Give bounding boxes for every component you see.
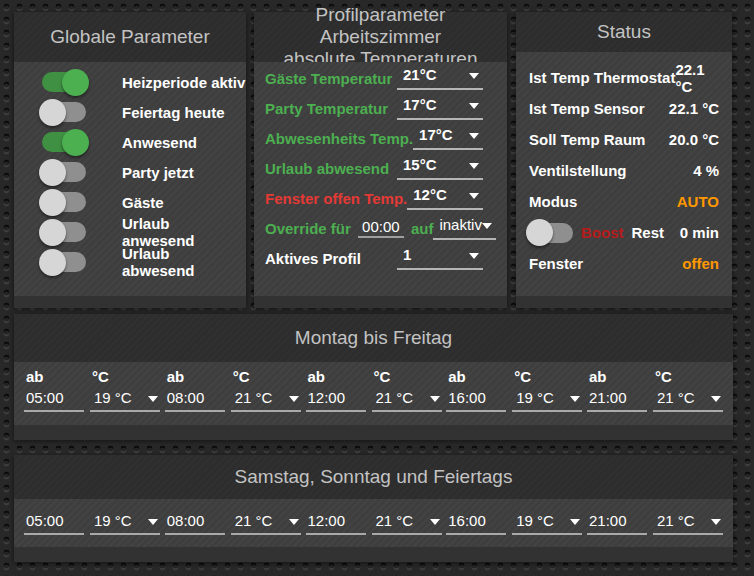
- aktives-profil-dropdown[interactable]: 1: [397, 247, 483, 270]
- time-input[interactable]: 21:00: [587, 512, 647, 535]
- row-label: Abwesenheits Temp.: [265, 130, 413, 147]
- time-input[interactable]: 16:00: [446, 512, 506, 535]
- toggle-knob: [39, 159, 66, 186]
- anwesend-toggle[interactable]: [42, 132, 86, 152]
- boost-rest-value: 0 min: [680, 224, 719, 241]
- temp-dropdown[interactable]: 21 °C: [653, 389, 723, 412]
- chevron-down-icon: [469, 163, 479, 169]
- time-input[interactable]: 12:00: [306, 512, 366, 535]
- boost-toggle[interactable]: [529, 223, 573, 243]
- row-label: Fenster offen Temp.: [265, 190, 407, 207]
- temp-dropdown[interactable]: 21 °C: [231, 389, 301, 412]
- chevron-down-icon: [482, 223, 492, 229]
- schedule-entry-4: 16:00 19 °C: [446, 512, 582, 535]
- urlaub-abwesend-dropdown[interactable]: 15°C: [397, 157, 483, 180]
- panel-title-text: Globale Parameter: [50, 26, 209, 48]
- heizperiode-toggle[interactable]: [42, 72, 86, 92]
- feiertag-toggle[interactable]: [42, 102, 86, 122]
- chevron-down-icon: [430, 519, 440, 525]
- toggle-knob: [526, 219, 553, 246]
- dropdown-value: 12°C: [413, 187, 447, 203]
- temp-dropdown[interactable]: 21 °C: [653, 512, 723, 535]
- profile-row-override: Override für 00:00 auf inaktiv: [254, 213, 507, 243]
- toggle-knob: [39, 219, 66, 246]
- status-row-fenster: Fenster offen: [516, 248, 732, 279]
- row-label: Gäste Temperatur: [265, 70, 392, 87]
- status-label: Ist Temp Sensor: [529, 100, 645, 117]
- panel-title-text: Montag bis Freitag: [295, 327, 452, 349]
- urlaub-abwesend-toggle[interactable]: [42, 252, 86, 272]
- override-label-post: auf: [411, 220, 434, 237]
- panel-title-line1: Profilparameter Arbeitszimmer: [254, 4, 507, 48]
- chevron-down-icon: [469, 73, 479, 79]
- status-value-modus: AUTO: [677, 193, 719, 210]
- temp-dropdown[interactable]: 21 °C: [372, 512, 442, 535]
- time-input[interactable]: 05:00: [24, 512, 84, 535]
- temp-dropdown[interactable]: 19 °C: [90, 512, 160, 535]
- panel-title-text: Status: [597, 21, 651, 43]
- schedule-entry-2: ab 08:00 °C 21 °C: [165, 368, 301, 412]
- row-label: Aktives Profil: [265, 250, 361, 267]
- toggle-row-urlaub-anwesend: Urlaub anwesend: [14, 217, 246, 247]
- time-column-header: ab: [165, 368, 225, 389]
- status-row-ventilstellung: Ventilstellung 4 %: [516, 155, 732, 186]
- schedule-entry-2: 08:00 21 °C: [165, 512, 301, 535]
- toggle-label: Heizperiode aktiv: [122, 74, 245, 91]
- schedule-entry-5: 21:00 21 °C: [587, 512, 723, 535]
- status-row-ist-temp-sensor: Ist Temp Sensor 22.1 °C: [516, 93, 732, 124]
- chevron-down-icon: [289, 519, 299, 525]
- temp-dropdown[interactable]: 21 °C: [231, 512, 301, 535]
- gaeste-toggle[interactable]: [42, 192, 86, 212]
- toggle-knob: [39, 249, 66, 276]
- dropdown-value: 17°C: [419, 127, 453, 143]
- schedule-entry-3: 12:00 21 °C: [306, 512, 442, 535]
- chevron-down-icon: [711, 519, 721, 525]
- status-value: 22.1 °C: [675, 61, 719, 95]
- urlaub-anwesend-toggle[interactable]: [42, 222, 86, 242]
- toggle-label: Anwesend: [122, 134, 197, 151]
- dropdown-value: 17°C: [403, 97, 437, 113]
- time-input[interactable]: 16:00: [446, 389, 506, 412]
- chevron-down-icon: [469, 193, 479, 199]
- profile-row-party-temperatur: Party Temperatur 17°C: [254, 93, 507, 123]
- panel-footer: [14, 547, 733, 562]
- time-input[interactable]: 21:00: [587, 389, 647, 412]
- time-column-header: ab: [446, 368, 506, 389]
- override-mode-dropdown[interactable]: inaktiv: [433, 217, 496, 240]
- abwesenheits-temp-dropdown[interactable]: 17°C: [413, 127, 483, 150]
- profile-row-urlaub-abwesend: Urlaub abwesend 15°C: [254, 153, 507, 183]
- chevron-down-icon: [469, 253, 479, 259]
- party-toggle[interactable]: [42, 162, 86, 182]
- party-temperatur-dropdown[interactable]: 17°C: [397, 97, 483, 120]
- dropdown-value: 19 °C: [94, 389, 132, 406]
- time-input[interactable]: 05:00: [24, 389, 84, 412]
- toggle-label: Urlaub anwesend: [122, 215, 246, 249]
- toggle-label: Urlaub abwesend: [122, 245, 246, 279]
- rest-label: Rest: [632, 224, 665, 241]
- row-label: Urlaub abwesend: [265, 160, 389, 177]
- dropdown-value: 19 °C: [516, 389, 554, 406]
- schedule-entry-1: 05:00 19 °C: [24, 512, 160, 535]
- schedule-entry-5: ab 21:00 °C 21 °C: [587, 368, 723, 412]
- status-row-ist-temp-thermostat: Ist Temp Thermostat 22.1 °C: [516, 62, 732, 93]
- status-label: Ventilstellung: [529, 162, 627, 179]
- toggle-row-feiertag: Feiertag heute: [14, 97, 246, 127]
- temp-dropdown[interactable]: 19 °C: [512, 512, 582, 535]
- time-input[interactable]: 12:00: [306, 389, 366, 412]
- override-time-input[interactable]: 00:00: [358, 218, 404, 238]
- status-value: 22.1 °C: [669, 100, 719, 117]
- chevron-down-icon: [148, 519, 158, 525]
- panel-weekday-schedule: Montag bis Freitag ab 05:00 °C 19 °C: [14, 314, 733, 440]
- time-input[interactable]: 08:00: [165, 512, 225, 535]
- temp-dropdown[interactable]: 19 °C: [90, 389, 160, 412]
- toggle-label: Gäste: [122, 194, 164, 211]
- fenster-offen-temp-dropdown[interactable]: 12°C: [407, 187, 483, 210]
- schedule-entry-1: ab 05:00 °C 19 °C: [24, 368, 160, 412]
- temp-dropdown[interactable]: 21 °C: [372, 389, 442, 412]
- time-input[interactable]: 08:00: [165, 389, 225, 412]
- toggle-row-party: Party jetzt: [14, 157, 246, 187]
- status-value: 4 %: [693, 162, 719, 179]
- temp-dropdown[interactable]: 19 °C: [512, 389, 582, 412]
- panel-title: Globale Parameter: [14, 12, 246, 62]
- gaeste-temperatur-dropdown[interactable]: 21°C: [397, 67, 483, 90]
